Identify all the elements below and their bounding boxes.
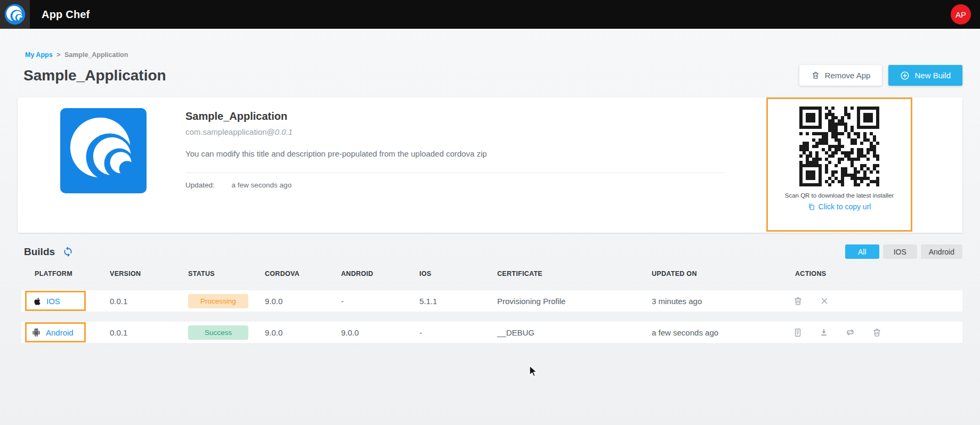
builds-table: PLATFORM VERSION STATUS CORDOVA ANDROID … xyxy=(21,267,962,343)
main-content: My Apps > Sample_Application Sample_Appl… xyxy=(0,51,980,343)
app-title: App Chef xyxy=(42,9,90,21)
refresh-builds-icon[interactable] xyxy=(62,246,74,257)
column-platform: PLATFORM xyxy=(35,270,110,277)
platform-label: Android xyxy=(46,328,74,337)
updated-value: a few seconds ago xyxy=(232,181,292,189)
cell-android: - xyxy=(341,297,419,306)
column-ios: IOS xyxy=(419,270,497,277)
app-description: You can modify this title and descriptio… xyxy=(185,149,725,158)
app-version: 0.0.1 xyxy=(275,127,293,136)
page-title: Sample_Application xyxy=(23,67,166,84)
cell-android: 9.0.0 xyxy=(341,328,419,337)
cell-version: 0.0.1 xyxy=(110,297,188,306)
cell-certificate: __DEBUG xyxy=(497,328,652,337)
row-actions xyxy=(793,296,962,306)
breadcrumb: My Apps > Sample_Application xyxy=(25,51,962,59)
cancel-build-icon[interactable] xyxy=(820,296,829,306)
app-name: Sample_Application xyxy=(185,110,725,122)
app-chef-logo[interactable] xyxy=(0,0,30,29)
status-badge-processing: Processing xyxy=(188,294,248,308)
platform-label: IOS xyxy=(46,297,60,306)
trash-icon xyxy=(811,71,820,80)
copy-url-link[interactable]: Click to copy url xyxy=(808,202,871,211)
wave-logo-icon xyxy=(4,4,26,25)
filter-ios-button[interactable]: IOS xyxy=(883,244,917,259)
row-actions xyxy=(793,328,962,338)
wave-logo-icon xyxy=(64,111,143,190)
column-status: STATUS xyxy=(188,270,265,277)
download-build-icon[interactable] xyxy=(819,328,829,338)
app-info: Sample_Application com.sampleapplication… xyxy=(185,97,725,189)
card-divider xyxy=(185,173,725,173)
apple-icon xyxy=(32,296,41,306)
cell-certificate: Provisioning Profile xyxy=(497,297,652,306)
column-version: VERSION xyxy=(110,270,188,277)
cell-cordova: 9.0.0 xyxy=(265,297,341,306)
cell-updated: a few seconds ago xyxy=(652,328,795,337)
remove-app-label: Remove App xyxy=(825,71,871,80)
cell-version: 0.0.1 xyxy=(110,328,188,337)
cell-ios: 5.1.1 xyxy=(419,297,497,306)
build-row-ios: IOS 0.0.1 Processing 9.0.0 - 5.1.1 Provi… xyxy=(21,290,962,312)
breadcrumb-current: Sample_Application xyxy=(64,51,128,59)
filter-all-button[interactable]: All xyxy=(845,244,879,259)
app-icon xyxy=(60,108,147,193)
remove-app-button[interactable]: Remove App xyxy=(799,65,882,86)
builds-header: Builds All IOS Android xyxy=(24,244,962,259)
rebuild-icon[interactable] xyxy=(845,328,855,338)
builds-table-header: PLATFORM VERSION STATUS CORDOVA ANDROID … xyxy=(21,267,962,280)
page-header: Sample_Application Remove App xyxy=(18,65,962,86)
platform-filters: All IOS Android xyxy=(845,244,962,259)
platform-link-ios[interactable]: IOS xyxy=(25,291,86,311)
breadcrumb-my-apps[interactable]: My Apps xyxy=(25,51,53,59)
app-bundle-id: com.sampleapplication@0.0.1 xyxy=(185,127,725,136)
delete-build-icon[interactable] xyxy=(872,328,882,338)
column-updated-on: UPDATED ON xyxy=(652,270,795,277)
qr-panel: Scan QR to download the latest installer… xyxy=(766,97,912,232)
column-cordova: CORDOVA xyxy=(265,270,341,277)
column-certificate: CERTIFICATE xyxy=(497,270,652,277)
qr-caption: Scan QR to download the latest installer xyxy=(785,192,894,199)
platform-link-android[interactable]: Android xyxy=(25,322,86,342)
column-android: ANDROID xyxy=(341,270,419,277)
cell-updated: 3 minutes ago xyxy=(652,297,795,306)
qr-code xyxy=(799,107,879,186)
filter-android-button[interactable]: Android xyxy=(921,244,962,259)
builds-title: Builds xyxy=(24,246,55,258)
status-badge-success: Success xyxy=(188,325,248,340)
cell-ios: - xyxy=(419,328,497,337)
new-build-label: New Build xyxy=(914,71,951,80)
column-actions: ACTIONS xyxy=(795,270,962,277)
plus-circle-icon xyxy=(900,71,910,80)
build-log-icon[interactable] xyxy=(793,328,803,338)
breadcrumb-separator: > xyxy=(56,51,60,59)
new-build-button[interactable]: New Build xyxy=(888,65,962,86)
app-chef-screen: App Chef AP My Apps > Sample_Application… xyxy=(0,0,980,425)
topbar: App Chef AP xyxy=(0,0,980,29)
builds-section: Builds All IOS Android PLATFORM VERSION … xyxy=(18,244,962,343)
updated-label: Updated: xyxy=(185,181,215,189)
mouse-cursor xyxy=(529,365,539,378)
updated-row: Updated: a few seconds ago xyxy=(185,181,725,189)
app-card: Sample_Application com.sampleapplication… xyxy=(18,97,962,233)
user-avatar[interactable]: AP xyxy=(951,4,971,24)
copy-icon xyxy=(808,203,815,211)
copy-url-label: Click to copy url xyxy=(819,202,871,211)
cell-cordova: 9.0.0 xyxy=(265,328,341,337)
android-icon xyxy=(32,328,41,337)
delete-build-icon[interactable] xyxy=(793,296,803,306)
build-row-android: Android 0.0.1 Success 9.0.0 9.0.0 - __DE… xyxy=(21,322,962,343)
header-actions: Remove App New Build xyxy=(799,65,962,86)
